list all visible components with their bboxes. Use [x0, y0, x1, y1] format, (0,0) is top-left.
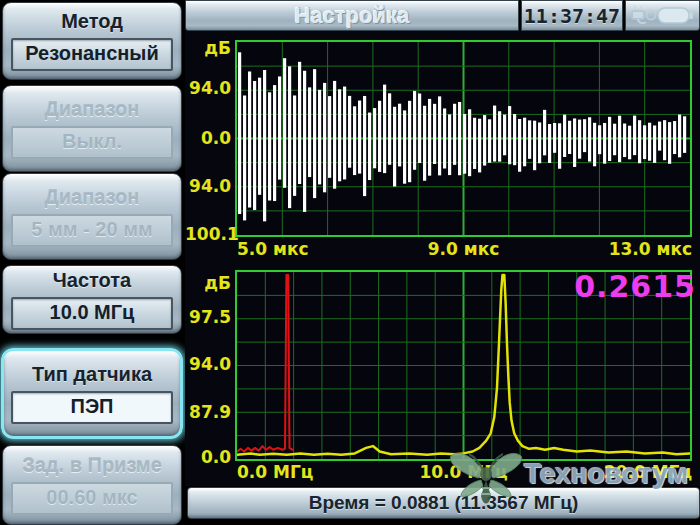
clock: 11:37:47: [521, 0, 623, 31]
clock-text: 11:37:47: [524, 4, 620, 28]
sidebar-button-range-mode: Диапазон Выкл.: [2, 85, 182, 172]
sidebar: Метод Резонансный Диапазон Выкл. Диапазо…: [0, 0, 185, 525]
y-tick: 100.1: [185, 225, 231, 243]
y-axis-unit-top: дБ: [185, 39, 231, 57]
battery-icon: [658, 8, 693, 23]
power-status: [625, 0, 700, 31]
range-label: Диапазон: [45, 187, 140, 207]
prism-delay-value: 00.60 мкс: [11, 482, 173, 515]
probe-type-label: Тип датчика: [32, 364, 152, 384]
y-tick: 0.0: [185, 129, 231, 147]
range-value: 5 мм - 20 мм: [11, 214, 173, 247]
chart-area: дБ 94.0 0.0 94.0 100.1 5.0 мкс 9.0 мкс 1…: [185, 31, 700, 486]
sidebar-button-method[interactable]: Метод Резонансный: [2, 2, 182, 80]
y-tick: 94.0: [185, 177, 231, 195]
page-title-text: Настройка: [295, 3, 410, 29]
page-title: Настройка: [185, 0, 519, 31]
status-text: Время = 0.0881 (11.3567 МГц): [309, 492, 579, 514]
prism-delay-label: Зад. в Призме: [22, 455, 162, 475]
waveform-plot: [237, 42, 690, 235]
y-tick: 0.0: [185, 448, 231, 466]
status-bar: Время = 0.0881 (11.3567 МГц): [187, 487, 700, 519]
sidebar-button-frequency[interactable]: Частота 10.0 МГц: [2, 265, 182, 334]
range-mode-value: Выкл.: [11, 126, 173, 159]
ac-plug-icon: [632, 6, 656, 23]
power-icons: [630, 3, 696, 29]
waveform-chart: [235, 40, 692, 237]
frequency-readout: 0.2615: [574, 272, 696, 302]
frequency-label: Частота: [53, 270, 131, 290]
y-tick: 97.5: [185, 308, 231, 326]
method-value[interactable]: Резонансный: [11, 38, 173, 71]
probe-type-value[interactable]: ПЭП: [11, 391, 173, 424]
y-tick: 94.0: [185, 79, 231, 97]
x-tick: 13.0 мкс: [609, 240, 692, 258]
method-label: Метод: [61, 11, 123, 31]
frequency-value[interactable]: 10.0 МГц: [11, 297, 173, 330]
sidebar-button-prism-delay: Зад. в Призме 00.60 мкс: [2, 445, 182, 525]
range-mode-label: Диапазон: [45, 99, 140, 119]
sidebar-button-range: Диапазон 5 мм - 20 мм: [2, 173, 182, 260]
sidebar-button-probe-type[interactable]: Тип датчика ПЭП: [1, 348, 183, 439]
x-tick: 20.0 МГц: [604, 463, 692, 481]
y-tick: 87.9: [185, 403, 231, 421]
y-axis-unit-bottom: дБ: [185, 274, 231, 292]
top-bar: Настройка 11:37:47: [185, 0, 700, 31]
device-screen: Метод Резонансный Диапазон Выкл. Диапазо…: [0, 0, 700, 525]
y-tick: 94.0: [185, 355, 231, 373]
